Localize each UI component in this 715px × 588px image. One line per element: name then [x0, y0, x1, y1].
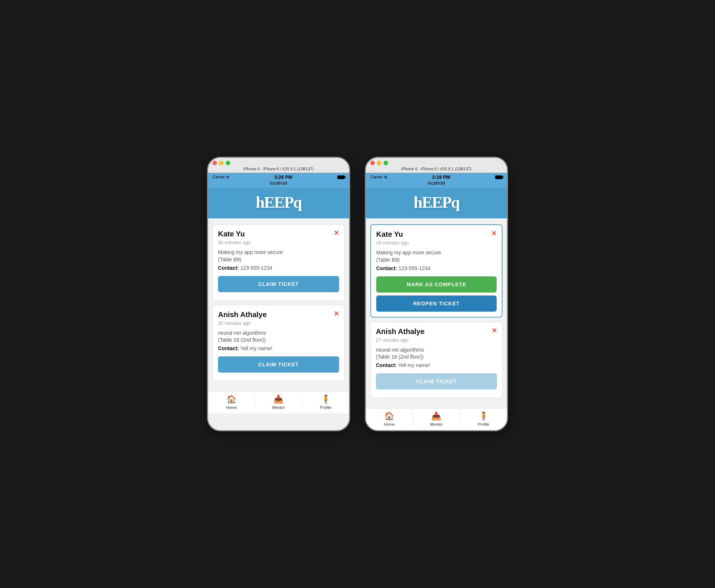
- status-right-left: [337, 175, 345, 179]
- nav-profile-left[interactable]: 🧍 Profile: [302, 395, 349, 410]
- ticket-header-4: Anish Athalye ✕: [376, 327, 497, 336]
- ticket-close-4[interactable]: ✕: [491, 327, 497, 334]
- mentor-icon-left: 📥: [273, 395, 283, 404]
- url-bar-left: localhost: [208, 181, 349, 188]
- home-icon-right: 🏠: [384, 411, 394, 421]
- ticket-contact-2: Contact: Yell my name!: [218, 345, 339, 351]
- nav-mentor-label-right: Mentor: [430, 422, 443, 427]
- nav-home-left[interactable]: 🏠 Home: [208, 395, 255, 410]
- ticket-time-2: 35 minutes ago: [218, 320, 339, 326]
- ticket-name-1: Kate Yu: [218, 230, 245, 238]
- time-left: 3:26 PM: [274, 174, 292, 180]
- carrier-left: Carrier ⊛: [213, 175, 229, 179]
- battery-icon-right: [495, 175, 502, 179]
- nav-mentor-left[interactable]: 📥 Mentor: [255, 395, 302, 410]
- carrier-right: Carrier ⊛: [370, 175, 387, 179]
- window-chrome-right: iPhone 6 - iPhone 6 / iOS 9.1 (13B137): [366, 158, 507, 173]
- profile-icon-right: 🧍: [479, 411, 489, 421]
- bottom-nav-right: 🏠 Home 📥 Mentor 🧍 Profile: [366, 408, 507, 430]
- window-controls-right: [370, 161, 388, 165]
- minimize-dot-right[interactable]: [377, 161, 381, 165]
- ticket-close-1[interactable]: ✕: [334, 230, 339, 236]
- window-title-left: iPhone 6 - iPhone 6 / iOS 9.1 (13B137): [244, 167, 314, 171]
- ticket-time-3: 28 minutes ago: [376, 240, 497, 246]
- phone-wrapper: iPhone 6 - iPhone 6 / iOS 9.1 (13B137) C…: [207, 157, 508, 431]
- ticket-desc-4: neural net algorithms(Table 18 (2nd floo…: [376, 346, 497, 361]
- status-bar-right: Carrier ⊛ 3:19 PM: [366, 173, 507, 181]
- phone-left: iPhone 6 - iPhone 6 / iOS 9.1 (13B137) C…: [207, 157, 350, 431]
- nav-mentor-label-left: Mentor: [272, 405, 285, 410]
- nav-profile-label-left: Profile: [320, 405, 331, 410]
- fullscreen-dot-right[interactable]: [384, 161, 388, 165]
- app-content-right: Kate Yu ✕ 28 minutes ago Making my app m…: [366, 218, 507, 408]
- ticket-desc-1: Making my app more secure(Table B9): [218, 249, 339, 263]
- nav-profile-label-right: Profile: [478, 422, 489, 427]
- close-dot[interactable]: [213, 161, 217, 165]
- claim-ticket-button-2[interactable]: CLAIM TICKET: [218, 356, 339, 373]
- close-dot-right[interactable]: [370, 161, 375, 165]
- app-header-left: hEEPq: [208, 188, 349, 218]
- app-header-right: hEEPq: [366, 188, 507, 218]
- window-title-right: iPhone 6 - iPhone 6 / iOS 9.1 (13B137): [402, 167, 472, 171]
- status-bar-left: Carrier ⊛ 3:26 PM: [208, 173, 349, 181]
- claim-ticket-button-1[interactable]: CLAIM TICKET: [218, 276, 339, 292]
- ticket-contact-1: Contact: 123-555-1234: [218, 265, 339, 271]
- ticket-desc-2: neural net algorithms(Table 18 (2nd floo…: [218, 330, 339, 344]
- app-logo-right: hEEPq: [366, 193, 507, 212]
- ticket-time-1: 36 minutes ago: [218, 240, 339, 245]
- app-content-left: Kate Yu ✕ 36 minutes ago Making my app m…: [208, 218, 349, 391]
- app-logo-left: hEEPq: [208, 193, 349, 212]
- ticket-card-anish-left: Anish Athalye ✕ 35 minutes ago neural ne…: [213, 305, 345, 381]
- ticket-close-2[interactable]: ✕: [334, 311, 339, 317]
- url-bar-right: localhost: [366, 181, 507, 188]
- ticket-close-3[interactable]: ✕: [491, 230, 497, 237]
- ticket-contact-3: Contact: 123-555-1234: [376, 265, 497, 271]
- bottom-nav-left: 🏠 Home 📥 Mentor 🧍 Profile: [208, 391, 349, 413]
- profile-icon-left: 🧍: [321, 395, 331, 404]
- ticket-header-2: Anish Athalye ✕: [218, 311, 339, 319]
- status-right-right: [495, 175, 502, 179]
- time-right: 3:19 PM: [432, 174, 450, 180]
- ticket-contact-4: Contact: Yell my name!: [376, 362, 497, 368]
- wifi-icon-left: ⊛: [226, 175, 229, 179]
- ticket-time-4: 27 minutes ago: [376, 337, 497, 343]
- reopen-ticket-button[interactable]: REOPEN TICKET: [376, 295, 497, 312]
- ticket-card-kate-left: Kate Yu ✕ 36 minutes ago Making my app m…: [213, 224, 345, 300]
- wifi-icon-right: ⊛: [384, 175, 387, 179]
- nav-home-label-right: Home: [384, 422, 395, 427]
- ticket-card-anish-right: Anish Athalye ✕ 27 minutes ago neural ne…: [370, 322, 502, 398]
- ticket-name-2: Anish Athalye: [218, 311, 267, 319]
- ticket-desc-3: Making my app more secure(Table B9): [376, 249, 497, 264]
- phone-right: iPhone 6 - iPhone 6 / iOS 9.1 (13B137) C…: [365, 157, 508, 431]
- window-chrome-left: iPhone 6 - iPhone 6 / iOS 9.1 (13B137): [208, 158, 349, 173]
- ticket-card-kate-right: Kate Yu ✕ 28 minutes ago Making my app m…: [370, 224, 502, 317]
- nav-mentor-right[interactable]: 📥 Mentor: [413, 411, 460, 427]
- fullscreen-dot[interactable]: [226, 161, 230, 165]
- battery-icon-left: [337, 175, 345, 179]
- ticket-header-3: Kate Yu ✕: [376, 230, 497, 239]
- ticket-name-4: Anish Athalye: [376, 327, 425, 336]
- nav-profile-right[interactable]: 🧍 Profile: [460, 411, 507, 427]
- claim-ticket-button-4: CLAIM TICKET: [376, 373, 497, 389]
- nav-home-right[interactable]: 🏠 Home: [366, 411, 413, 427]
- minimize-dot[interactable]: [219, 161, 224, 165]
- mentor-icon-right: 📥: [431, 411, 441, 421]
- mark-complete-button[interactable]: MARK AS COMPLETE: [376, 276, 497, 293]
- nav-home-label-left: Home: [226, 405, 237, 410]
- home-icon-left: 🏠: [226, 395, 236, 404]
- window-controls: [213, 161, 230, 165]
- ticket-header-1: Kate Yu ✕: [218, 230, 339, 238]
- ticket-name-3: Kate Yu: [376, 230, 403, 239]
